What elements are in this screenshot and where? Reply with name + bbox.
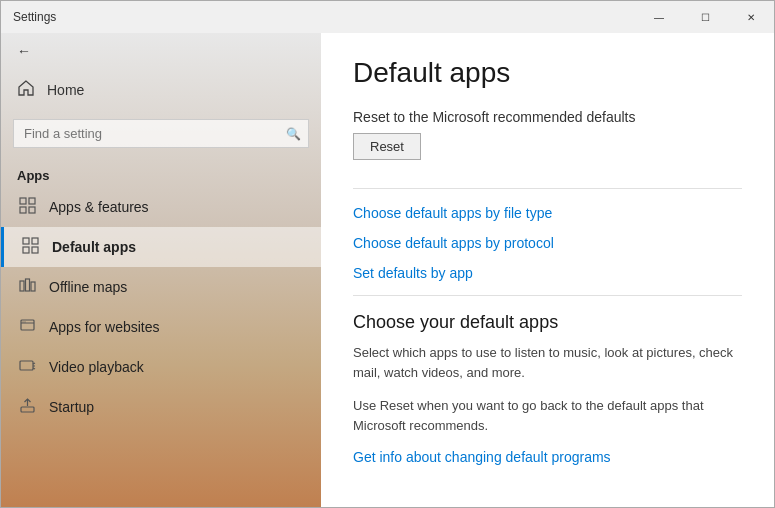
- svg-rect-9: [25, 279, 29, 291]
- sidebar-item-apps-for-websites[interactable]: Apps for websites: [1, 307, 321, 347]
- sidebar: ← Home 🔍 Apps: [1, 33, 321, 507]
- search-box: 🔍: [13, 119, 309, 148]
- description-2: Use Reset when you want to go back to th…: [353, 396, 742, 435]
- divider-2: [353, 295, 742, 296]
- svg-rect-7: [32, 247, 38, 253]
- offline-maps-label: Offline maps: [49, 279, 127, 295]
- video-playback-label: Video playback: [49, 359, 144, 375]
- section-label: Apps: [1, 156, 321, 187]
- svg-rect-3: [29, 207, 35, 213]
- svg-rect-1: [29, 198, 35, 204]
- page-title: Default apps: [353, 57, 742, 89]
- search-icon: 🔍: [286, 127, 301, 141]
- app-title: Settings: [13, 10, 56, 24]
- apps-for-websites-label: Apps for websites: [49, 319, 160, 335]
- default-apps-label: Default apps: [52, 239, 136, 255]
- back-arrow-icon: ←: [17, 43, 31, 59]
- apps-features-label: Apps & features: [49, 199, 149, 215]
- sidebar-item-apps-features[interactable]: Apps & features: [1, 187, 321, 227]
- sidebar-item-video-playback[interactable]: Video playback: [1, 347, 321, 387]
- reset-button[interactable]: Reset: [353, 133, 421, 160]
- video-playback-icon: [17, 357, 37, 377]
- choose-by-protocol-link[interactable]: Choose default apps by protocol: [353, 235, 742, 251]
- back-button[interactable]: ←: [1, 33, 321, 69]
- startup-icon: [17, 397, 37, 417]
- choose-by-file-type-link[interactable]: Choose default apps by file type: [353, 205, 742, 221]
- svg-rect-0: [20, 198, 26, 204]
- svg-rect-6: [23, 247, 29, 253]
- svg-rect-10: [31, 282, 35, 291]
- apps-features-icon: [17, 197, 37, 217]
- default-apps-icon: [20, 237, 40, 257]
- content-area: Default apps Reset to the Microsoft reco…: [321, 33, 774, 507]
- svg-rect-4: [23, 238, 29, 244]
- description-1: Select which apps to use to listen to mu…: [353, 343, 742, 382]
- sidebar-item-startup[interactable]: Startup: [1, 387, 321, 427]
- choose-default-apps-title: Choose your default apps: [353, 312, 742, 333]
- apps-for-websites-icon: [17, 317, 37, 337]
- settings-window: Settings — ☐ ✕ ← Home: [0, 0, 775, 508]
- svg-rect-5: [32, 238, 38, 244]
- svg-rect-8: [20, 281, 24, 291]
- svg-rect-19: [21, 407, 34, 412]
- search-input[interactable]: [13, 119, 309, 148]
- divider-1: [353, 188, 742, 189]
- minimize-button[interactable]: —: [636, 1, 682, 33]
- title-bar-controls: — ☐ ✕: [636, 1, 774, 33]
- home-label: Home: [47, 82, 84, 98]
- offline-maps-icon: [17, 277, 37, 297]
- main-area: ← Home 🔍 Apps: [1, 33, 774, 507]
- sidebar-item-default-apps[interactable]: Default apps: [1, 227, 321, 267]
- svg-rect-2: [20, 207, 26, 213]
- sidebar-item-offline-maps[interactable]: Offline maps: [1, 267, 321, 307]
- home-nav-item[interactable]: Home: [1, 69, 321, 111]
- set-defaults-by-app-link[interactable]: Set defaults by app: [353, 265, 742, 281]
- title-bar: Settings — ☐ ✕: [1, 1, 774, 33]
- close-button[interactable]: ✕: [728, 1, 774, 33]
- get-info-link[interactable]: Get info about changing default programs: [353, 449, 742, 465]
- maximize-button[interactable]: ☐: [682, 1, 728, 33]
- home-icon: [17, 79, 35, 101]
- startup-label: Startup: [49, 399, 94, 415]
- svg-rect-15: [20, 361, 33, 370]
- title-bar-left: Settings: [13, 10, 56, 24]
- reset-label: Reset to the Microsoft recommended defau…: [353, 109, 742, 125]
